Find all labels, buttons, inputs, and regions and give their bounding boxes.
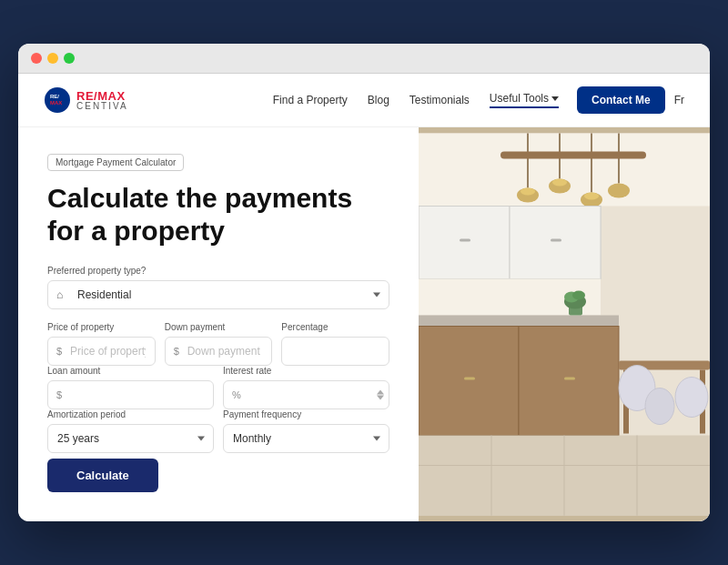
- svg-text:MAX: MAX: [50, 100, 62, 106]
- kitchen-image-panel: [419, 127, 710, 521]
- logo[interactable]: RE/ MAX RE/MAX CENTIVA: [44, 86, 128, 114]
- price-label: Price of property: [47, 322, 156, 332]
- frequency-col: Payment frequency Weekly Bi-weekly Month…: [223, 409, 389, 453]
- language-button[interactable]: Fr: [674, 94, 684, 106]
- amortization-row: Amortization period 5 years 10 years 15 …: [47, 409, 389, 453]
- home-icon: ⌂: [56, 288, 63, 301]
- price-row: Price of property $ Down payment $: [47, 322, 389, 366]
- nav-useful-tools[interactable]: Useful Tools: [490, 92, 559, 108]
- browser-content: RE/ MAX RE/MAX CENTIVA Find a Property B…: [18, 74, 710, 521]
- amortization-select-wrapper: 5 years 10 years 15 years 20 years 25 ye…: [47, 424, 214, 453]
- spinner-down-icon[interactable]: [377, 396, 384, 400]
- price-prefix: $: [56, 346, 62, 357]
- interest-input-wrapper: % 5.5: [223, 380, 389, 409]
- remax-logo-icon: RE/ MAX: [44, 86, 71, 114]
- price-input[interactable]: [47, 337, 156, 366]
- logo-centiva-text: CENTIVA: [76, 102, 128, 111]
- contact-button[interactable]: Contact Me: [577, 86, 665, 114]
- amortization-col: Amortization period 5 years 10 years 15 …: [47, 409, 214, 453]
- loan-col: Loan amount $ 0: [47, 366, 214, 409]
- amortization-label: Amortization period: [47, 409, 214, 419]
- left-panel: Mortgage Payment Calculator Calculate th…: [18, 127, 419, 521]
- select-arrow-icon: [373, 293, 380, 298]
- kitchen-svg: [419, 127, 710, 521]
- browser-close-dot[interactable]: [31, 53, 42, 64]
- chevron-down-icon: [551, 96, 559, 101]
- down-payment-col: Down payment $: [165, 322, 273, 366]
- property-type-label: Preferred property type?: [47, 266, 389, 276]
- frequency-select-wrapper: Weekly Bi-weekly Monthly: [223, 424, 389, 453]
- page-label: Mortgage Payment Calculator: [47, 154, 184, 171]
- down-payment-input-wrapper: $: [165, 337, 273, 366]
- loan-label: Loan amount: [47, 366, 214, 376]
- property-type-select[interactable]: Residential Commercial Industrial: [47, 280, 389, 309]
- nav-blog[interactable]: Blog: [368, 94, 389, 106]
- interest-col: Interest rate % 5.5: [223, 366, 389, 409]
- interest-input[interactable]: 5.5: [223, 380, 389, 409]
- percentage-label: Percentage: [281, 322, 389, 332]
- price-col: Price of property $: [47, 322, 156, 366]
- browser-minimize-dot[interactable]: [47, 53, 58, 64]
- loan-input-wrapper: $ 0: [47, 380, 214, 409]
- percentage-input[interactable]: [281, 337, 389, 366]
- property-type-group: Preferred property type? ⌂ Residential C…: [47, 266, 389, 309]
- nav-find-property[interactable]: Find a Property: [273, 94, 348, 106]
- down-payment-input[interactable]: [165, 337, 273, 366]
- svg-text:RE/: RE/: [50, 94, 59, 99]
- loan-input[interactable]: 0: [47, 380, 214, 409]
- browser-window: RE/ MAX RE/MAX CENTIVA Find a Property B…: [18, 44, 710, 521]
- browser-titlebar: [18, 44, 710, 74]
- interest-label: Interest rate: [223, 366, 389, 376]
- percentage-col: Percentage: [281, 322, 389, 366]
- page-title: Calculate the payments for a property: [47, 182, 389, 247]
- frequency-label: Payment frequency: [223, 409, 389, 419]
- svg-rect-44: [419, 134, 710, 516]
- spinner-up-icon[interactable]: [377, 390, 384, 395]
- main-content: Mortgage Payment Calculator Calculate th…: [18, 127, 710, 521]
- logo-remax-text: RE/MAX: [76, 90, 128, 102]
- frequency-select[interactable]: Weekly Bi-weekly Monthly: [223, 424, 389, 453]
- calculate-button[interactable]: Calculate: [47, 459, 158, 492]
- browser-maximize-dot[interactable]: [64, 53, 75, 64]
- navbar: RE/ MAX RE/MAX CENTIVA Find a Property B…: [18, 74, 710, 127]
- down-payment-prefix: $: [174, 346, 179, 357]
- amortization-select[interactable]: 5 years 10 years 15 years 20 years 25 ye…: [47, 424, 214, 453]
- nav-links: Find a Property Blog Testimonials Useful…: [273, 92, 559, 108]
- nav-testimonials[interactable]: Testimonials: [410, 94, 470, 106]
- price-input-wrapper: $: [47, 337, 156, 366]
- amortization-arrow-icon: [197, 437, 205, 441]
- loan-row: Loan amount $ 0 Interest rate % 5.5: [47, 366, 389, 409]
- property-type-select-wrapper: ⌂ Residential Commercial Industrial: [47, 280, 389, 309]
- frequency-arrow-icon: [373, 437, 380, 441]
- interest-prefix: %: [232, 389, 241, 400]
- down-payment-label: Down payment: [165, 322, 273, 332]
- loan-prefix: $: [56, 389, 62, 400]
- interest-spinner[interactable]: [377, 390, 384, 400]
